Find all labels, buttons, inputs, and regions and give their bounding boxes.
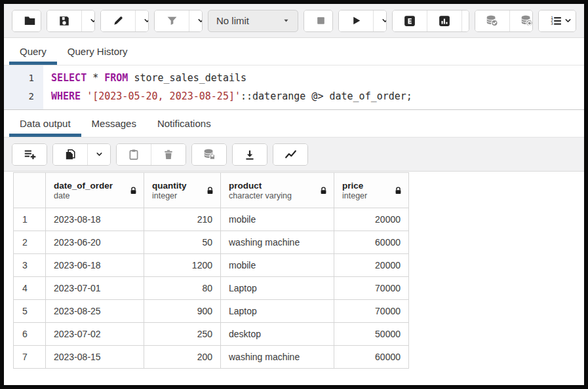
table-cell[interactable]: 50000 bbox=[334, 323, 409, 346]
table-cell[interactable]: washing machine bbox=[221, 231, 334, 254]
table-cell[interactable]: 70000 bbox=[334, 277, 409, 300]
sql-token: FROM bbox=[104, 72, 128, 84]
table-cell[interactable]: 2023-07-01 bbox=[46, 277, 144, 300]
rollback-button[interactable] bbox=[509, 10, 533, 31]
commit-button[interactable] bbox=[475, 10, 509, 31]
table-cell[interactable]: 210 bbox=[144, 208, 221, 231]
table-cell[interactable]: 2023-08-18 bbox=[46, 208, 144, 231]
column-header-quantity[interactable]: quantityinteger bbox=[144, 173, 221, 208]
explain-analyze-button[interactable] bbox=[427, 10, 461, 31]
grid-header-row-el: date_of_orderdatequantityintegerproductc… bbox=[14, 173, 409, 208]
copy-button[interactable] bbox=[53, 144, 87, 165]
explain-button[interactable] bbox=[393, 10, 427, 31]
grid-body: 12023-08-18210mobile2000022023-06-2050wa… bbox=[14, 208, 409, 369]
open-file-button[interactable] bbox=[12, 10, 41, 31]
table-cell[interactable]: 2023-07-02 bbox=[46, 323, 144, 346]
main-toolbar: No limit bbox=[4, 4, 584, 38]
execute-group bbox=[338, 10, 387, 32]
delete-button[interactable] bbox=[151, 144, 186, 165]
table-cell[interactable]: 250 bbox=[144, 323, 221, 346]
chevron-down-icon bbox=[564, 16, 572, 25]
macros-button[interactable]: 123 bbox=[539, 10, 576, 31]
row-number[interactable]: 1 bbox=[14, 208, 46, 231]
column-type: integer bbox=[342, 191, 367, 201]
tab-messages[interactable]: Messages bbox=[81, 110, 147, 137]
row-limit-select[interactable]: No limit bbox=[208, 10, 298, 32]
tab-query[interactable]: Query bbox=[9, 38, 57, 65]
table-cell[interactable]: washing machine bbox=[221, 346, 334, 369]
code-line: SELECT * FROM store_sales_details bbox=[51, 69, 584, 87]
row-number[interactable]: 2 bbox=[14, 231, 46, 254]
table-cell[interactable]: 60000 bbox=[334, 231, 409, 254]
filter-options-button[interactable] bbox=[189, 10, 203, 31]
column-header-date_of_order[interactable]: date_of_orderdate bbox=[46, 173, 144, 208]
table-cell[interactable]: desktop bbox=[221, 323, 334, 346]
results-table: date_of_orderdatequantityintegerproductc… bbox=[13, 172, 409, 369]
sql-editor-panel: 12 SELECT * FROM store_sales_detailsWHER… bbox=[4, 65, 584, 110]
line-graph-icon bbox=[284, 148, 297, 160]
table-cell[interactable]: 20000 bbox=[334, 254, 409, 277]
table-cell[interactable]: mobile bbox=[221, 208, 334, 231]
download-group bbox=[232, 143, 267, 166]
row-number[interactable]: 6 bbox=[14, 323, 46, 346]
table-cell[interactable]: Laptop bbox=[221, 300, 334, 323]
edit-button[interactable] bbox=[101, 10, 135, 31]
filter-button[interactable] bbox=[155, 10, 189, 31]
execute-options-button[interactable] bbox=[373, 10, 387, 31]
stop-button[interactable] bbox=[304, 10, 333, 31]
edit-options-button[interactable] bbox=[135, 10, 149, 31]
column-name: quantity bbox=[152, 180, 187, 191]
graph-visualiser-button[interactable] bbox=[273, 144, 307, 165]
table-row: 72023-08-15200washing machine60000 bbox=[14, 346, 409, 369]
column-header-price[interactable]: priceinteger bbox=[334, 173, 409, 208]
tab-notifications[interactable]: Notifications bbox=[147, 110, 222, 137]
column-header-product[interactable]: productcharacter varying bbox=[221, 173, 334, 208]
column-name: product bbox=[229, 180, 292, 191]
sql-token: store_sales_details bbox=[128, 72, 246, 84]
table-cell[interactable]: 80 bbox=[144, 277, 221, 300]
table-cell[interactable]: mobile bbox=[221, 254, 334, 277]
add-row-button[interactable] bbox=[12, 144, 47, 165]
copy-icon bbox=[64, 149, 76, 160]
execute-button[interactable] bbox=[339, 10, 373, 31]
table-cell[interactable]: 900 bbox=[144, 300, 221, 323]
tab-label: Messages bbox=[92, 118, 136, 129]
tab-data-output[interactable]: Data output bbox=[9, 110, 81, 137]
copy-options-button[interactable] bbox=[87, 144, 110, 165]
table-cell[interactable]: 1200 bbox=[144, 254, 221, 277]
paste-button[interactable] bbox=[117, 144, 151, 165]
row-number[interactable]: 7 bbox=[14, 346, 46, 369]
add-row-group bbox=[12, 143, 47, 166]
row-number[interactable]: 3 bbox=[14, 254, 46, 277]
sql-token: ::daterange @> date_of_order; bbox=[241, 90, 412, 102]
chevron-down-icon bbox=[381, 16, 387, 25]
table-cell[interactable]: 2023-06-20 bbox=[46, 231, 144, 254]
explain-options-button[interactable] bbox=[461, 10, 469, 31]
save-options-button[interactable] bbox=[81, 10, 95, 31]
save-button[interactable] bbox=[47, 10, 81, 31]
row-number[interactable]: 5 bbox=[14, 300, 46, 323]
sql-editor[interactable]: SELECT * FROM store_sales_detailsWHERE '… bbox=[43, 65, 584, 109]
explain-icon bbox=[404, 15, 416, 27]
table-cell[interactable]: 50 bbox=[144, 231, 221, 254]
download-csv-button[interactable] bbox=[233, 144, 267, 165]
lock-icon bbox=[319, 186, 328, 195]
select-all-corner[interactable] bbox=[14, 173, 46, 208]
play-icon bbox=[351, 15, 362, 26]
table-cell[interactable]: 60000 bbox=[334, 346, 409, 369]
table-cell[interactable]: 2023-06-18 bbox=[46, 254, 144, 277]
open-file-group bbox=[12, 10, 41, 32]
table-cell[interactable]: 20000 bbox=[334, 208, 409, 231]
table-cell[interactable]: 2023-08-15 bbox=[46, 346, 144, 369]
table-cell[interactable]: 200 bbox=[144, 346, 221, 369]
line-number: 2 bbox=[4, 87, 34, 105]
save-data-changes-button[interactable] bbox=[192, 144, 226, 165]
table-cell[interactable]: Laptop bbox=[221, 277, 334, 300]
table-cell[interactable]: 70000 bbox=[334, 300, 409, 323]
row-number[interactable]: 4 bbox=[14, 277, 46, 300]
table-cell[interactable]: 2023-08-25 bbox=[46, 300, 144, 323]
caret-down-icon bbox=[283, 17, 290, 24]
table-row: 42023-07-0180Laptop70000 bbox=[14, 277, 409, 300]
tab-query-history[interactable]: Query History bbox=[57, 38, 138, 65]
line-number-gutter: 12 bbox=[4, 65, 43, 109]
